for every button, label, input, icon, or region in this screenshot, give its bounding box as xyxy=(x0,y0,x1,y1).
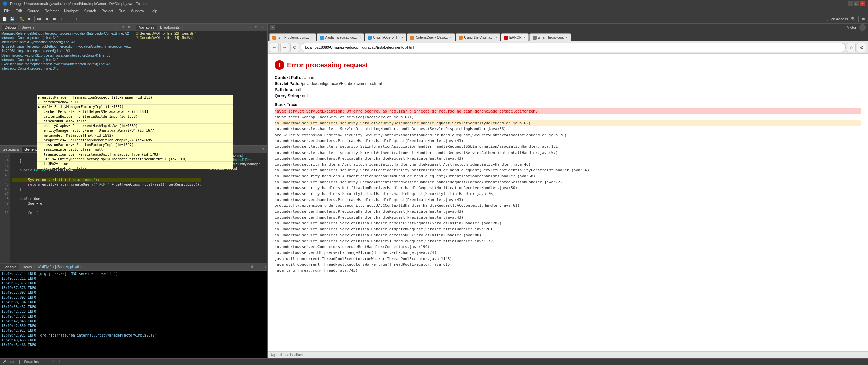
minimize-outline-button[interactable]: ─ xyxy=(254,147,259,152)
back-button[interactable]: ← xyxy=(270,43,279,52)
step-return-button[interactable]: ↑ xyxy=(73,16,80,22)
browser-close-button[interactable]: × xyxy=(270,25,275,30)
debug-tree-item[interactable]: ManagedReferenceMethodInterceptor.proces… xyxy=(0,31,134,36)
perspective-button[interactable]: ⊞ xyxy=(860,16,867,22)
tooltip-row[interactable]: entityManagerFactoryName= 'Umari.war#Uma… xyxy=(37,128,233,133)
forward-button[interactable]: → xyxy=(280,43,289,52)
tab-close-button[interactable]: × xyxy=(359,36,361,39)
menu-window[interactable]: Window xyxy=(128,8,147,14)
breakpoint-item[interactable]: ☑ GenericDAOImpl [line: 22] - persist(T) xyxy=(134,31,267,36)
debug-tree-item[interactable]: InterceptorContextSynvocation.proceed() … xyxy=(0,40,134,44)
tooltip-row[interactable]: properties= Collections$UnmodifiableMap<… xyxy=(37,138,233,143)
browser-tab-error[interactable]: ERROR × xyxy=(501,33,529,41)
resume-button[interactable]: ▶▶ xyxy=(36,16,43,22)
code-line xyxy=(12,206,201,211)
settings-button[interactable]: ⚙ xyxy=(857,43,866,52)
menu-search[interactable]: Search xyxy=(82,8,99,14)
tab-teste[interactable]: teste.java xyxy=(0,147,22,152)
debug-tree-item[interactable]: Jsr299BindingsInterceptor.proceed() line… xyxy=(0,49,134,53)
step-into-button[interactable]: ↓ xyxy=(58,16,65,22)
tooltip-row[interactable]: utils= EntityManagerFactoryImpl$Hibernat… xyxy=(37,157,233,162)
tooltip-row[interactable]: defeDetache= null xyxy=(37,100,233,105)
debug-tree-item[interactable]: UserInterceptorFactory$1.processInvocati… xyxy=(0,53,134,58)
tab-variables[interactable]: Variables xyxy=(136,25,157,30)
debug-tree-item[interactable]: InterceptorContext.proceed() line: 340 xyxy=(0,36,134,40)
tooltip-row[interactable]: sessionFactory= SessionFactoryImpl (id=1… xyxy=(37,143,233,147)
tab-debug[interactable]: Debug xyxy=(2,25,19,30)
minimize-panel-button[interactable]: ─ xyxy=(114,25,119,30)
menu-help[interactable]: Help xyxy=(147,8,160,14)
browser-tab-criteria2[interactable]: CriteriaQuery (Java... × xyxy=(407,33,455,41)
tooltip-row[interactable]: entityManager= TransactionScopedEntityMa… xyxy=(37,95,233,100)
menu-source[interactable]: Source xyxy=(25,8,42,14)
maximize-vars-button[interactable]: □ xyxy=(254,25,259,30)
breakpoint-item[interactable]: ☑ GenericDAOImpl [line: 44] - findAll() xyxy=(134,36,267,40)
tab-close-button[interactable]: × xyxy=(450,36,452,39)
clear-console-button[interactable]: 🗑 xyxy=(250,264,255,270)
variable-tooltip[interactable]: entityManager= TransactionScopedEntityMa… xyxy=(37,95,233,169)
tooltip-row[interactable]: discardOnClose= false xyxy=(37,119,233,124)
new-button[interactable]: 📄 xyxy=(1,16,8,22)
tab-close-button[interactable]: × xyxy=(402,36,404,39)
tooltip-row[interactable]: entityGraphs= ConcurrentHashMap<K,V> (id… xyxy=(37,124,233,128)
tab-close-button[interactable]: × xyxy=(311,36,313,39)
tooltip-row[interactable]: criteriaBuilder= CriteriaBuilderImpl (id… xyxy=(37,114,233,119)
close-vars-button[interactable]: × xyxy=(260,25,265,30)
menu-navigate[interactable]: Navigate xyxy=(61,8,81,14)
tooltip-row[interactable]: cache= PersistenceUtilHelper$MetadataCac… xyxy=(37,109,233,114)
tab-close-button[interactable]: × xyxy=(524,36,526,39)
suspend-button[interactable]: ⏸ xyxy=(43,16,50,22)
browser-status-text: Aguardando localhost... xyxy=(271,353,306,357)
menu-file[interactable]: File xyxy=(1,8,13,14)
tooltip-row[interactable]: emfi= EntityManagerFactoryImpl (id=1337) xyxy=(37,105,233,109)
browser-tab-jsf[interactable]: jsf - Problema com... × xyxy=(269,33,316,41)
tooltip-row[interactable]: isJPA2= true xyxy=(37,162,233,166)
minimize-console-button[interactable]: ─ xyxy=(256,264,261,270)
bookmark-button[interactable]: ☆ xyxy=(847,43,856,52)
run-button[interactable]: ▶ xyxy=(26,16,33,22)
maximize-console-button[interactable]: □ xyxy=(262,264,267,270)
debug-tree-item[interactable]: Jsr299BindingsInterceptor.doMethodInterc… xyxy=(0,44,134,49)
tab-close-button[interactable]: × xyxy=(566,36,568,39)
tab-tasks[interactable]: Tasks xyxy=(19,264,35,270)
debug-tree-item[interactable]: ExecutionTimeInterceptor.processInvocati… xyxy=(0,62,134,66)
tooltip-row[interactable]: isTraceEnabled= false xyxy=(37,166,233,169)
console-line: 13:49:42,850 INFO xyxy=(1,324,266,328)
maximize-button[interactable]: □ xyxy=(854,1,859,6)
quick-access-button[interactable]: 🔍 xyxy=(850,16,857,22)
status-writable: Writable xyxy=(3,360,15,364)
tooltip-row[interactable]: metamodel= MetamodelImpl (id=1692) xyxy=(37,133,233,138)
menu-edit[interactable]: Edit xyxy=(13,8,25,14)
menu-run[interactable]: Run xyxy=(116,8,128,14)
tab-breakpoints[interactable]: Breakpoints xyxy=(157,25,183,30)
browser-tab-criteria1[interactable]: CriteriaQuery<T> × xyxy=(365,33,406,41)
refresh-button[interactable]: ↻ xyxy=(290,43,299,52)
browser-tab-ajuda[interactable]: Ajuda na edição do... × xyxy=(317,33,364,41)
tab-favicon xyxy=(533,36,537,40)
window-controls[interactable]: _ □ × xyxy=(848,1,865,6)
menu-project[interactable]: Project xyxy=(99,8,116,14)
stop-button[interactable]: ⏹ xyxy=(51,16,58,22)
debug-tree-item[interactable]: InterceptorContext.proceed() line: 340 xyxy=(0,58,134,62)
error-page: ! Error processing request Context Path:… xyxy=(268,54,868,351)
maximize-outline-button[interactable]: □ xyxy=(260,147,265,152)
save-button[interactable]: 💾 xyxy=(9,16,16,22)
minimize-button[interactable]: _ xyxy=(848,1,853,6)
tab-close-button[interactable]: × xyxy=(495,36,497,39)
code-editor[interactable]: } public Collection<T> findAll() { Syste… xyxy=(10,153,203,263)
menu-refactor[interactable]: Refactor xyxy=(42,8,62,14)
step-over-button[interactable]: → xyxy=(66,16,73,22)
tab-console[interactable]: Console xyxy=(0,264,19,270)
browser-tab-uman[interactable]: uman_tecnologia × xyxy=(529,33,571,41)
browser-tab-using-criteria[interactable]: Using the Criteria... × xyxy=(456,33,500,41)
tooltip-row[interactable]: transactionType= PersistenceUnitTransact… xyxy=(37,152,233,157)
tab-servers[interactable]: Servers xyxy=(19,25,37,30)
debug-button[interactable]: 🐛 xyxy=(19,16,25,22)
debug-tree-item[interactable]: InterceptorContext.proceed() line: 340 xyxy=(0,66,134,71)
address-bar[interactable] xyxy=(301,43,846,52)
tooltip-row[interactable]: sessionInterceptorClass= null xyxy=(37,147,233,152)
close-button[interactable]: × xyxy=(860,1,865,6)
close-panel-button[interactable]: × xyxy=(126,25,132,30)
maximize-panel-button[interactable]: □ xyxy=(120,25,126,30)
minimize-vars-button[interactable]: ─ xyxy=(248,25,253,30)
